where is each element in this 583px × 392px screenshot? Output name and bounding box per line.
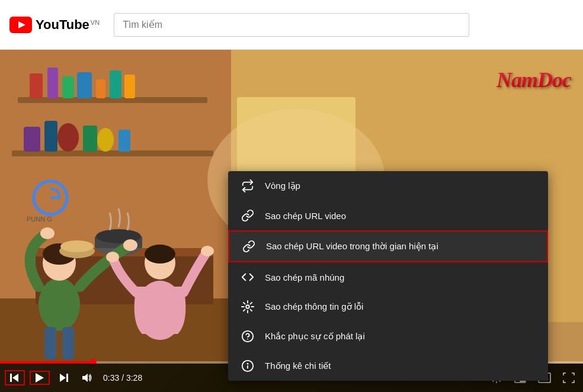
info-icon	[240, 359, 255, 372]
menu-label-copy-embed: Sao chép mã nhúng	[265, 272, 344, 282]
svg-point-18	[97, 128, 114, 152]
svg-rect-14	[24, 127, 40, 152]
svg-rect-33	[44, 327, 56, 359]
svg-marker-48	[60, 374, 66, 382]
menu-label-copy-debug: Sao chép thông tin gỡ lỗi	[265, 301, 363, 312]
menu-label-copy-url: Sao chép URL video	[265, 211, 346, 221]
menu-label-copy-url-time: Sao chép URL video trong thời gian hiện …	[266, 241, 438, 252]
svg-rect-15	[44, 121, 57, 152]
link-icon	[240, 209, 255, 222]
video-container: PUNN G NamDoc	[0, 50, 583, 392]
link-time-icon	[241, 240, 257, 253]
menu-item-stats[interactable]: Thống kê chi tiết	[228, 351, 548, 381]
menu-label-fix-playback: Khắc phục sự cố phát lại	[265, 331, 365, 342]
svg-point-16	[57, 123, 79, 152]
volume-button[interactable]	[77, 370, 96, 385]
header: YouTubeVN	[0, 0, 583, 50]
embed-icon	[240, 271, 255, 284]
svg-text:PUNN G: PUNN G	[27, 216, 52, 223]
svg-rect-20	[0, 298, 231, 364]
svg-point-38	[106, 252, 119, 262]
menu-label-loop: Vòng lặp	[265, 181, 300, 191]
play-icon	[36, 373, 44, 383]
play-button[interactable]	[30, 371, 50, 385]
svg-rect-45	[10, 374, 12, 382]
skip-next-icon	[58, 372, 69, 383]
loop-icon	[240, 179, 255, 192]
svg-point-31	[40, 227, 55, 239]
svg-rect-17	[83, 126, 97, 152]
svg-rect-34	[62, 327, 74, 359]
debug-icon	[240, 300, 255, 313]
volume-icon	[81, 372, 92, 383]
svg-rect-13	[12, 150, 213, 156]
logo-area[interactable]: YouTubeVN	[9, 17, 100, 33]
svg-rect-6	[30, 73, 43, 98]
skip-prev-button[interactable]	[5, 370, 25, 385]
svg-point-39	[201, 246, 214, 256]
svg-rect-47	[66, 374, 68, 382]
svg-rect-10	[96, 79, 105, 98]
svg-rect-12	[124, 75, 135, 98]
youtube-logo-icon	[9, 17, 32, 33]
time-display: 0:33 / 3:28	[103, 373, 142, 383]
menu-item-copy-debug[interactable]: Sao chép thông tin gỡ lỗi	[228, 292, 548, 322]
svg-marker-49	[82, 374, 88, 382]
watermark: NamDoc	[496, 68, 571, 92]
svg-marker-46	[12, 374, 18, 382]
context-menu: Vòng lặp Sao chép URL video Sao chép URL…	[228, 171, 548, 381]
fullscreen-button[interactable]	[559, 370, 578, 385]
svg-point-55	[246, 305, 249, 309]
svg-point-37	[145, 245, 175, 264]
svg-rect-7	[47, 68, 58, 98]
svg-rect-9	[77, 72, 92, 98]
menu-item-copy-url-time[interactable]: Sao chép URL video trong thời gian hiện …	[228, 230, 548, 262]
svg-point-28	[39, 278, 80, 331]
svg-point-32	[123, 239, 137, 251]
logo-text: YouTubeVN	[36, 17, 100, 33]
skip-prev-icon	[9, 372, 20, 383]
svg-point-41	[60, 240, 94, 252]
menu-label-stats: Thống kê chi tiết	[265, 361, 331, 371]
skip-next-button[interactable]	[55, 370, 72, 385]
svg-rect-19	[118, 130, 130, 152]
menu-item-loop[interactable]: Vòng lặp	[228, 171, 548, 201]
search-input[interactable]	[114, 13, 469, 37]
svg-rect-11	[110, 70, 121, 98]
menu-item-copy-url[interactable]: Sao chép URL video	[228, 201, 548, 230]
question-icon	[240, 330, 255, 343]
menu-item-fix-playback[interactable]: Khắc phục sự cố phát lại	[228, 322, 548, 351]
svg-rect-8	[62, 76, 74, 98]
menu-item-copy-embed[interactable]: Sao chép mã nhúng	[228, 262, 548, 292]
fullscreen-icon	[563, 372, 575, 383]
